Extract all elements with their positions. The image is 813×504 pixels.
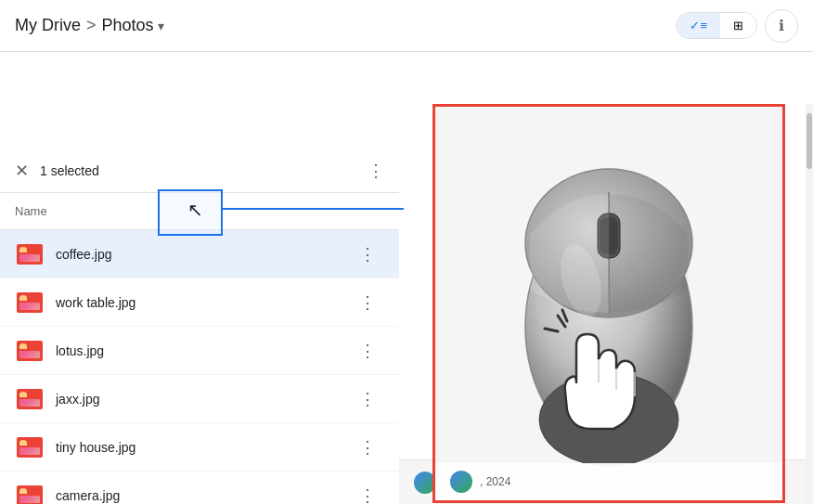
column-name-label: Name: [15, 204, 384, 218]
file-name: coffee.jpg: [56, 247, 351, 262]
file-more-button[interactable]: ⋮: [351, 479, 384, 505]
file-more-button[interactable]: ⋮: [351, 286, 384, 319]
file-more-button[interactable]: ⋮: [351, 334, 384, 368]
scrollbar[interactable]: [806, 104, 813, 504]
preview-date-label: , 2024: [480, 475, 510, 488]
header: My Drive > Photos ▾ ✓≡ ⊞ ℹ: [0, 0, 813, 52]
list-view-button[interactable]: ✓≡: [677, 13, 720, 38]
file-icon: [15, 288, 45, 317]
file-name: jaxx.jpg: [56, 392, 351, 407]
file-list-area: ✕ 1 selected ⋮ Name coffee.jpg ⋮ work ta…: [0, 149, 399, 504]
image-file-icon: [17, 485, 43, 505]
file-icon: [15, 336, 45, 366]
file-icon: [15, 433, 45, 462]
file-icon: [15, 239, 45, 269]
file-more-button[interactable]: ⋮: [351, 382, 384, 416]
image-file-icon: [17, 389, 43, 409]
file-icon: [15, 481, 45, 505]
close-selection-button[interactable]: ✕: [15, 161, 29, 181]
file-name: tiny house.jpg: [56, 440, 351, 455]
header-actions: ✓≡ ⊞ ℹ: [676, 9, 798, 43]
list-header-row: Name: [0, 193, 399, 230]
image-file-icon: [17, 244, 43, 265]
grid-view-button[interactable]: ⊞: [720, 13, 756, 38]
main-area: ✕ 1 selected ⋮ Name coffee.jpg ⋮ work ta…: [0, 52, 813, 504]
image-file-icon: [17, 292, 43, 313]
view-toggle: ✓≡ ⊞: [676, 12, 757, 39]
file-row[interactable]: coffee.jpg ⋮: [0, 230, 399, 278]
file-row[interactable]: work table.jpg ⋮: [0, 278, 399, 327]
image-file-icon: [17, 437, 43, 458]
breadcrumb-separator: >: [86, 16, 97, 35]
more-actions-button[interactable]: ⋮: [368, 161, 384, 181]
preview-footer: , 2024: [435, 463, 782, 500]
scrollbar-thumb[interactable]: [807, 113, 812, 169]
mouse-illustration: [488, 141, 729, 466]
avatar: [450, 471, 472, 493]
file-row[interactable]: tiny house.jpg ⋮: [0, 423, 399, 472]
file-row[interactable]: jaxx.jpg ⋮: [0, 375, 399, 423]
breadcrumb-my-drive[interactable]: My Drive: [15, 16, 81, 35]
file-row[interactable]: lotus.jpg ⋮: [0, 327, 399, 375]
file-name: camera.jpg: [56, 488, 351, 503]
preview-panel: , 2024: [432, 104, 785, 503]
file-more-button[interactable]: ⋮: [351, 238, 384, 271]
selected-count-label: 1 selected: [40, 163, 356, 178]
image-file-icon: [17, 341, 43, 361]
selection-bar: ✕ 1 selected ⋮: [0, 149, 399, 193]
chevron-down-icon: ▾: [158, 19, 164, 33]
file-row[interactable]: camera.jpg ⋮: [0, 472, 399, 504]
file-more-button[interactable]: ⋮: [351, 431, 384, 464]
breadcrumb: My Drive > Photos ▾: [15, 16, 164, 35]
file-name: work table.jpg: [56, 295, 351, 310]
file-icon: [15, 384, 45, 414]
file-name: lotus.jpg: [56, 343, 351, 358]
breadcrumb-photos[interactable]: Photos ▾: [102, 16, 164, 35]
info-button[interactable]: ℹ: [765, 9, 798, 43]
breadcrumb-photos-label: Photos: [102, 16, 154, 35]
